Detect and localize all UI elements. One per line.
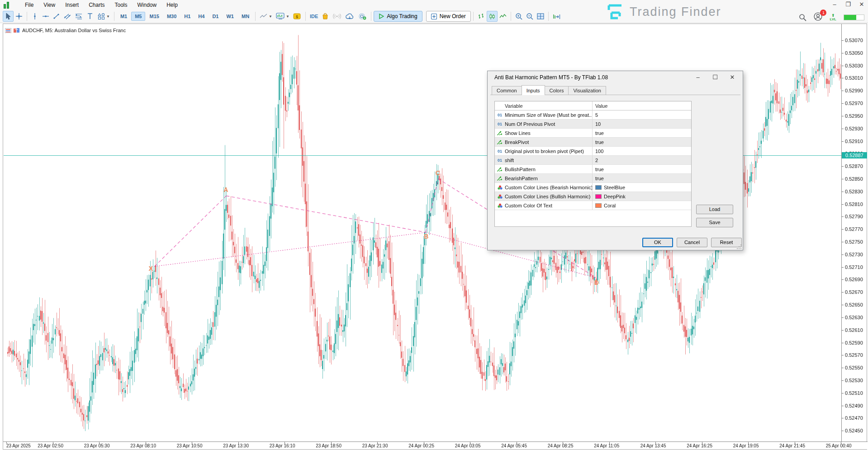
timeframe-mn-button[interactable]: MN <box>238 12 253 21</box>
menu-item-help[interactable]: Help <box>161 1 183 9</box>
dialog-tab-common[interactable]: Common <box>492 86 522 95</box>
input-row[interactable]: Custom Color Of TextCoral <box>495 201 691 210</box>
signals-button[interactable] <box>331 11 343 22</box>
shapes-tool-button[interactable]: ▼ <box>95 11 112 22</box>
zoom-in-button[interactable] <box>513 11 524 22</box>
copy-trading-button[interactable] <box>356 11 369 22</box>
variable-value[interactable]: true <box>592 174 691 182</box>
one-click-trading-icon[interactable] <box>14 28 20 33</box>
input-row[interactable]: Show Linestrue <box>495 129 691 138</box>
indicators-dropdown-button[interactable]: ▼ <box>274 11 291 22</box>
input-row[interactable]: 01Minimum Size of Wave (Must be great...… <box>495 110 691 120</box>
input-row[interactable]: 01Num Of Previous Pivot10 <box>495 120 691 129</box>
crosshair-tool-button[interactable] <box>14 11 24 22</box>
input-row[interactable]: BearishPatterntrue <box>495 174 691 183</box>
value-text: true <box>595 176 604 181</box>
input-row[interactable]: Custom Color Lines (Bearish Harmonic)Ste… <box>495 183 691 192</box>
timeframe-m30-button[interactable]: M30 <box>163 12 180 21</box>
save-button[interactable]: Save <box>696 218 733 227</box>
dialog-minimize-button[interactable]: – <box>689 71 707 83</box>
menu-item-view[interactable]: View <box>38 1 60 9</box>
candle-chart-mode-button[interactable] <box>487 11 498 22</box>
pattern-label-b: B <box>424 233 428 240</box>
time-label: 23 Apr 08:10 <box>130 443 156 448</box>
fibonacci-tool-button[interactable] <box>73 11 85 22</box>
cursor-tool-button[interactable] <box>3 11 14 22</box>
input-row[interactable]: BreakPivottrue <box>495 138 691 147</box>
timeframe-d1-button[interactable]: D1 <box>209 12 222 21</box>
dialog-title-bar[interactable]: Anti Bat Harmonic Pattern MT5 - By TFlab… <box>488 71 743 83</box>
chart-shift-button[interactable] <box>551 11 563 22</box>
timeframe-w1-button[interactable]: W1 <box>223 12 237 21</box>
timeframe-m5-button[interactable]: M5 <box>131 12 145 21</box>
menu-item-tools[interactable]: Tools <box>110 1 133 9</box>
ok-button[interactable]: OK <box>642 238 673 247</box>
variable-value[interactable]: Coral <box>592 201 691 210</box>
input-row[interactable]: Custom Color Lines (Bullish Harmonic)Dee… <box>495 192 691 201</box>
load-button[interactable]: Load <box>696 205 733 214</box>
input-row[interactable]: 01Original pivot to broken pivot (Pipet)… <box>495 147 691 156</box>
variable-value[interactable]: true <box>592 165 691 173</box>
value-text: SteelBlue <box>604 185 625 190</box>
dialog-maximize-button[interactable]: ☐ <box>707 71 724 83</box>
search-icon[interactable] <box>799 14 806 21</box>
bar-chart-mode-button[interactable] <box>476 11 487 22</box>
variable-value[interactable]: 5 <box>592 110 691 119</box>
vertical-line-tool-button[interactable] <box>29 11 40 22</box>
dialog-close-button[interactable]: ✕ <box>724 71 741 83</box>
value-header: Value <box>592 101 691 110</box>
price-tick <box>842 179 844 179</box>
chart-objects-dropdown-button[interactable]: ▼ <box>258 11 274 22</box>
menu-item-window[interactable]: Window <box>133 1 162 9</box>
text-tool-button[interactable] <box>85 11 95 22</box>
menu-item-insert[interactable]: Insert <box>60 1 84 9</box>
zoom-out-button[interactable] <box>524 11 535 22</box>
variable-value[interactable]: SteelBlue <box>592 183 691 192</box>
variable-value[interactable]: 10 <box>592 120 691 128</box>
trendline-tool-button[interactable] <box>51 11 62 22</box>
menu-item-file[interactable]: File <box>20 1 38 9</box>
timeframe-h1-button[interactable]: H1 <box>180 12 194 21</box>
shapes-dropdown-arrow[interactable]: ▼ <box>106 14 110 19</box>
channel-tool-button[interactable] <box>62 11 73 22</box>
cancel-button[interactable]: Cancel <box>677 238 707 247</box>
menu-item-charts[interactable]: Charts <box>84 1 109 9</box>
price-axis[interactable]: 0.530700.530500.530300.530100.529900.529… <box>841 24 867 442</box>
dialog-tab-visualization[interactable]: Visualization <box>568 86 606 95</box>
line-chart-mode-button[interactable] <box>498 11 508 22</box>
variable-value[interactable]: true <box>592 129 691 137</box>
time-axis[interactable]: 23 Apr 202523 Apr 02:5023 Apr 05:3023 Ap… <box>3 441 868 449</box>
timeframe-m1-button[interactable]: M1 <box>117 12 131 21</box>
input-row[interactable]: 01shift2 <box>495 156 691 165</box>
algo-trading-button[interactable]: Algo Trading <box>374 11 422 22</box>
timeframe-h4-button[interactable]: H4 <box>194 12 208 21</box>
dialog-tab-inputs[interactable]: Inputs <box>522 85 545 95</box>
new-order-button[interactable]: New Order <box>426 11 471 22</box>
profile-button[interactable]: 1 <box>814 12 822 23</box>
window-minimize-button[interactable]: – <box>831 1 838 8</box>
pattern-label-c: C <box>436 169 440 177</box>
price-label: 0.52950 <box>845 113 863 119</box>
variable-value[interactable]: DeepPink <box>592 192 691 201</box>
current-price-label: 0.52887 <box>842 152 867 158</box>
tile-windows-button[interactable] <box>535 11 546 22</box>
menu-bar: FileViewInsertChartsToolsWindowHelp – ❐ … <box>0 0 868 10</box>
ide-button[interactable]: IDE <box>308 11 320 22</box>
timeframe-m15-button[interactable]: M15 <box>146 12 162 21</box>
variable-value[interactable]: 100 <box>592 147 691 155</box>
variable-value[interactable]: 2 <box>592 156 691 164</box>
price-tick <box>842 330 844 331</box>
window-close-button[interactable]: ✕ <box>858 1 865 8</box>
dialog-resize-grip[interactable] <box>737 244 742 249</box>
horizontal-line-tool-button[interactable] <box>40 11 51 22</box>
symbol-description: AUDCHF, M5: Australian Dollar vs Swiss F… <box>22 28 126 33</box>
quotes-button[interactable]: $ <box>291 11 303 22</box>
window-restore-button[interactable]: ❐ <box>844 1 852 8</box>
table-header-row: VariableValue <box>495 101 691 110</box>
depth-icon[interactable] <box>5 28 11 33</box>
dialog-tab-colors[interactable]: Colors <box>545 86 569 95</box>
input-row[interactable]: BullishPatterntrue <box>495 165 691 174</box>
market-button[interactable] <box>320 11 331 22</box>
variable-value[interactable]: true <box>592 138 691 146</box>
cloud-button[interactable] <box>343 11 356 22</box>
